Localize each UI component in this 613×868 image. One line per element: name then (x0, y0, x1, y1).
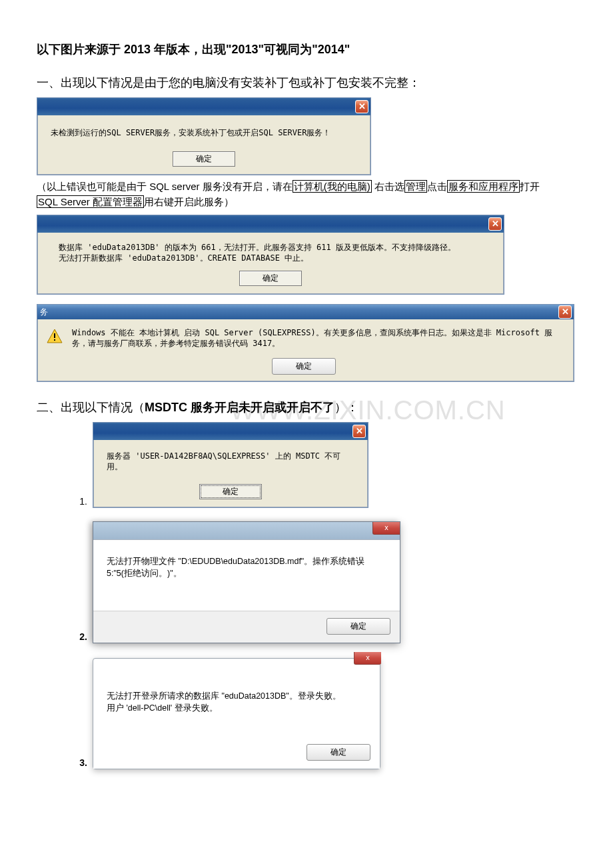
dialog-message: 数据库 'eduData2013DB' 的版本为 661，无法打开。此服务器支持… (47, 242, 494, 263)
dialog-msdtc: ✕ 服务器 'USER-DA142BF8AQ\SQLEXPRESS' 上的 MS… (93, 422, 368, 508)
dialog-message: 服务器 'USER-DA142BF8AQ\SQLEXPRESS' 上的 MSDT… (103, 449, 358, 477)
boxed-manage: 管理 (404, 180, 427, 193)
dialog-login-fail: x 无法打开登录所请求的数据库 "eduData2013DB"。登录失败。 用户… (93, 658, 380, 769)
dialog-message: 无法打开物理文件 "D:\EDUDB\eduData2013DB.mdf"。操作… (93, 540, 400, 611)
dialog-message: 无法打开登录所请求的数据库 "eduData2013DB"。登录失败。 用户 '… (93, 659, 380, 737)
boxed-services: 服务和应用程序 (447, 180, 520, 193)
titlebar: ✕ (93, 423, 368, 440)
close-icon[interactable]: ✕ (558, 305, 572, 319)
ok-button[interactable]: 确定 (199, 484, 262, 499)
note-text: （以上错误也可能是由于 SQL server 服务没有开启，请在计算机(我的电脑… (37, 179, 576, 209)
section1-title: 一、出现以下情况是由于您的电脑没有安装补丁包或补丁包安装不完整： (37, 75, 576, 91)
list-number: 3. (37, 757, 93, 769)
svg-rect-2 (54, 339, 55, 341)
dialog-sql-server-missing: ✕ 未检测到运行的SQL SERVER服务，安装系统补丁包或开启SQL SERV… (37, 97, 371, 175)
section2-title: WWW.ZIXIN.COM.CN 二、出现以下情况（MSDTC 服务开启未开启或… (37, 399, 576, 415)
warning-icon (47, 329, 63, 343)
dialog-file-error: x 无法打开物理文件 "D:\EDUDB\eduData2013DB.mdf"。… (93, 521, 400, 643)
boxed-sqlconfig: SQL Server 配置管理器 (37, 195, 144, 208)
ok-button[interactable]: 确定 (272, 358, 336, 375)
ok-button[interactable]: 确定 (239, 271, 302, 286)
dialog-windows-error: 务 ✕ Windows 不能在 本地计算机 启动 SQL Server (SQL… (37, 304, 574, 382)
titlebar: ✕ (37, 215, 504, 233)
ok-button[interactable]: 确定 (306, 744, 370, 761)
close-icon[interactable]: x (372, 522, 400, 535)
dialog-message: Windows 不能在 本地计算机 启动 SQL Server (SQLEXPR… (72, 327, 560, 349)
titlebar-fragment: 务 (40, 307, 48, 317)
titlebar: 务 ✕ (37, 305, 574, 319)
close-icon[interactable]: ✕ (488, 217, 502, 231)
titlebar: ✕ (37, 98, 370, 115)
ok-button[interactable]: 确定 (326, 618, 390, 635)
close-icon[interactable]: ✕ (355, 100, 368, 113)
close-icon[interactable]: x (354, 652, 381, 665)
main-heading: 以下图片来源于 2013 年版本，出现"2013"可视同为"2014" (37, 41, 576, 57)
list-number: 1. (37, 496, 93, 508)
dialog-message: 未检测到运行的SQL SERVER服务，安装系统补丁包或开启SQL SERVER… (47, 125, 361, 145)
list-number: 2. (37, 631, 93, 643)
close-icon[interactable]: ✕ (352, 425, 366, 438)
ok-button[interactable]: 确定 (173, 151, 235, 167)
boxed-computer: 计算机(我的电脑) (293, 180, 372, 193)
titlebar: x (93, 522, 400, 540)
dialog-db-version: ✕ 数据库 'eduData2013DB' 的版本为 661，无法打开。此服务器… (37, 215, 504, 294)
svg-rect-1 (54, 333, 55, 338)
